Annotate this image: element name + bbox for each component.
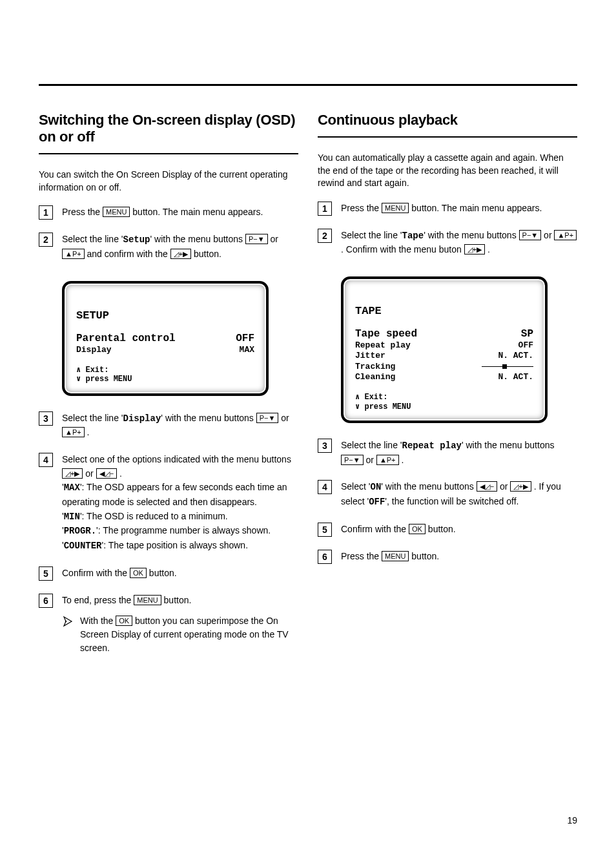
text: Select the line ' (341, 230, 402, 240)
mono: Tape (402, 231, 424, 241)
menu-button-label: MENU (382, 551, 409, 561)
text: button. (147, 568, 177, 578)
ok-button-label: OK (116, 616, 132, 626)
left-column: Switching the On-screen display (OSD) on… (39, 112, 298, 655)
text: ' with the menu buttons (462, 440, 555, 450)
mono: Display (123, 413, 161, 424)
text: button. (409, 551, 439, 561)
p-down-button: P−▼ (245, 234, 268, 244)
mono: PROGR. (64, 526, 96, 536)
gauge (395, 362, 533, 372)
right-button: ◿+▶ (170, 249, 191, 259)
step-number: 4 (318, 480, 332, 494)
top-rule (39, 84, 577, 86)
p-down-button: P−▼ (341, 455, 364, 465)
step-body: To end, press the MENU button. (62, 594, 298, 608)
mono: OFF (369, 497, 385, 507)
text: or (541, 230, 554, 240)
text: Press the (341, 203, 382, 213)
text: ', the function will be switched off. (385, 496, 518, 506)
svg-point-1 (65, 621, 67, 622)
osd-exit: ∧ Exit: ∨ press MENU (76, 366, 254, 384)
mono: Setup (123, 234, 150, 245)
p-down-button: P−▼ (256, 413, 279, 423)
menu-button-label: MENU (134, 595, 161, 605)
step-number: 6 (39, 594, 53, 608)
step-number: 5 (39, 566, 53, 581)
step-2-right: 2 Select the line 'Tape' with the menu b… (318, 229, 577, 257)
text: button. (426, 524, 456, 534)
exit-line: ∧ Exit: (76, 366, 254, 375)
text: or (364, 455, 376, 465)
text: Select one of the options indicated with… (62, 454, 291, 464)
ok-button-label: OK (130, 568, 147, 578)
osd-key: Jitter (355, 351, 385, 361)
text: Select the line ' (62, 413, 123, 423)
text: or (83, 468, 96, 479)
text: or (497, 481, 510, 492)
step-body: Press the MENU button. The main menu app… (341, 202, 577, 216)
text: To end, press the (62, 595, 134, 605)
step-body: Select the line 'Repeat play' with the m… (341, 439, 577, 467)
osd-row: Display MAX (76, 345, 254, 355)
heading-osd: Switching the On-screen display (OSD) on… (39, 112, 298, 154)
step-body: Confirm with the OK button. (341, 523, 577, 537)
osd-row-gauge: Tracking (355, 362, 533, 372)
osd-key: Repeat play (355, 340, 411, 351)
osd-setup-screen: SETUP Parental control OFF Display MAX ∧… (62, 281, 269, 396)
osd-tape-screen: TAPE Tape speed SP Repeat play OFF Jitte… (341, 276, 548, 423)
step-6-right: 6 Press the MENU button. (318, 550, 577, 564)
step-number: 4 (39, 453, 53, 467)
step-body: Select the line 'Tape' with the menu but… (341, 229, 577, 257)
osd-row: Jitter N. ACT. (355, 351, 533, 361)
page-number: 19 (567, 815, 577, 825)
text: ' with the menu buttons (150, 234, 245, 244)
step-6-left: 6 To end, press the MENU button. (39, 594, 298, 608)
mono: Repeat play (402, 441, 462, 451)
text: . Confirm with the menu buton (341, 244, 464, 254)
text: Select ' (341, 481, 370, 492)
gauge-line (482, 366, 533, 367)
text: Confirm with the (341, 524, 409, 534)
page: Switching the On-screen display (OSD) on… (0, 0, 616, 681)
step-3-right: 3 Select the line 'Repeat play' with the… (318, 439, 577, 467)
text: button. The main menu appears. (409, 203, 542, 213)
step-body: Confirm with the OK button. (62, 566, 298, 581)
osd-val: N. ACT. (498, 351, 533, 361)
text: . (485, 244, 490, 254)
step-1-right: 1 Press the MENU button. The main menu a… (318, 202, 577, 216)
mono: MIN (64, 512, 80, 522)
p-up-button: ▲P+ (62, 427, 85, 437)
osd-exit: ∧ Exit: ∨ press MENU (355, 393, 533, 411)
step-2-left: 2 Select the line 'Setup' with the menu … (39, 233, 298, 261)
text: button. The main menu appears. (130, 207, 263, 217)
tip-icon (62, 616, 74, 631)
mono: MAX (64, 483, 80, 493)
osd-row: Repeat play OFF (355, 340, 533, 351)
text: ': The tape position is always shown. (102, 540, 249, 550)
osd-val: MAX (240, 345, 254, 355)
osd-key: Display (76, 345, 112, 355)
mono: COUNTER (64, 541, 102, 551)
intro-continuous: You can automatically play a cassette ag… (318, 152, 577, 190)
text: or (278, 413, 289, 423)
text: Press the (341, 551, 382, 561)
text: Press the (62, 207, 103, 217)
osd-row: Cleaning N. ACT. (355, 372, 533, 382)
step-4-left: 4 Select one of the options indicated wi… (39, 453, 298, 554)
right-button: ◿+▶ (62, 468, 83, 479)
step-body: Press the MENU button. (341, 550, 577, 564)
text: . (85, 427, 90, 437)
exit-line: ∨ press MENU (355, 402, 533, 411)
text: ' with the menu buttons (161, 413, 256, 423)
osd-title: TAPE (355, 305, 533, 317)
text: ': The OSD appears for a few seconds eac… (62, 482, 287, 507)
intro-osd: You can switch the On Screen Display of … (39, 169, 298, 194)
exit-line: ∨ press MENU (76, 375, 254, 384)
step-body: Select the line 'Setup' with the menu bu… (62, 233, 298, 261)
tip-note: With the OK button you can superimpose t… (62, 614, 298, 655)
step-number: 5 (318, 523, 332, 537)
osd-row: Parental control OFF (76, 332, 254, 345)
text: ' with the menu buttons (424, 230, 518, 240)
text: . (399, 455, 404, 465)
